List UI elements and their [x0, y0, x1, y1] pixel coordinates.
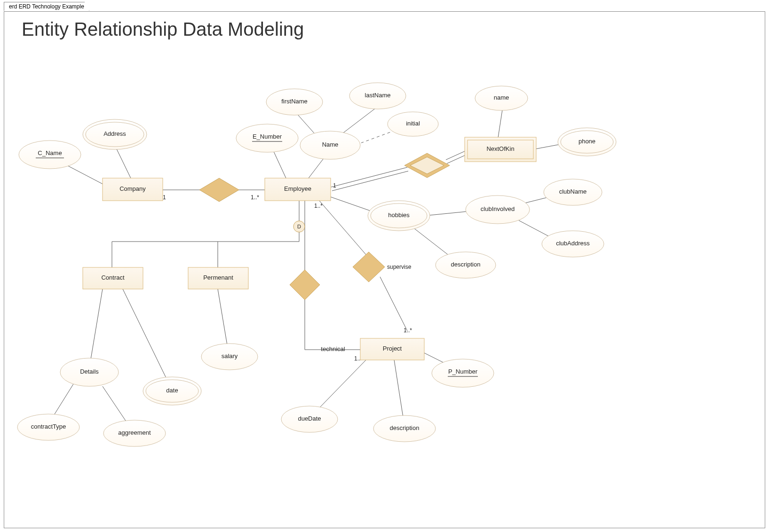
svg-text:Project: Project — [383, 345, 402, 352]
svg-text:dueDate: dueDate — [298, 415, 321, 422]
svg-text:Employee: Employee — [284, 185, 311, 192]
attr-initial[interactable]: initial — [388, 112, 438, 136]
rel-supervise[interactable] — [353, 252, 385, 282]
svg-line-9 — [331, 167, 407, 187]
svg-text:P_Number: P_Number — [448, 368, 478, 375]
attr-salary[interactable]: salary — [201, 344, 258, 370]
entity-nextofkin[interactable]: NextOfKin — [465, 137, 536, 162]
card-emp-proj: 1..* — [314, 203, 323, 209]
erd-canvas: 1 1..* 1 1 1..* 1..* 1..* technical supe… — [4, 11, 765, 528]
svg-line-11 — [446, 150, 467, 160]
rel-company-employee[interactable] — [199, 178, 239, 202]
attr-contracttype[interactable]: contractType — [17, 414, 79, 440]
card-company: 1 — [163, 194, 166, 201]
attr-clubaddress[interactable]: clubAddress — [542, 231, 604, 257]
svg-line-13 — [498, 110, 502, 141]
svg-text:clubName: clubName — [559, 188, 587, 195]
rel-technical[interactable] — [290, 270, 320, 300]
attr-kin-phone[interactable]: phone — [558, 128, 616, 156]
disjoint-icon: D — [293, 221, 305, 232]
svg-text:Details: Details — [80, 368, 99, 375]
svg-text:Company: Company — [119, 185, 146, 192]
svg-text:lastName: lastName — [365, 92, 391, 99]
svg-text:clubInvolved: clubInvolved — [481, 205, 515, 212]
attr-kin-name[interactable]: name — [475, 86, 528, 110]
svg-text:E_Number: E_Number — [253, 133, 282, 140]
attr-lastname[interactable]: lastName — [349, 83, 406, 109]
attr-clubname[interactable]: clubName — [544, 179, 602, 205]
card-emp-company: 1..* — [251, 194, 259, 201]
svg-text:Permenant: Permenant — [203, 274, 233, 281]
attr-e-number[interactable]: E_Number — [236, 124, 298, 152]
svg-line-33 — [319, 200, 367, 256]
svg-text:contractType: contractType — [31, 423, 66, 430]
svg-text:phone: phone — [579, 138, 595, 145]
attr-name-composite[interactable]: Name — [300, 131, 360, 159]
entity-project[interactable]: Project — [360, 338, 424, 360]
svg-line-25 — [91, 289, 103, 359]
tab-label: erd ERD Technology Example — [9, 3, 84, 10]
svg-marker-41 — [290, 270, 320, 300]
attr-duedate[interactable]: dueDate — [281, 406, 338, 432]
attr-address[interactable]: Address — [83, 119, 147, 149]
svg-line-36 — [394, 360, 404, 420]
card-emp-nok: 1 — [333, 182, 336, 189]
svg-text:name: name — [494, 94, 509, 101]
entity-company[interactable]: Company — [103, 178, 163, 201]
rel-employee-nextofkin[interactable] — [404, 153, 450, 178]
svg-text:NextOfKin: NextOfKin — [486, 145, 514, 152]
svg-text:C_Name: C_Name — [38, 149, 62, 156]
attr-clubinvolved[interactable]: clubInvolved — [466, 196, 530, 224]
svg-text:hobbies: hobbies — [388, 211, 410, 219]
attr-date[interactable]: date — [143, 377, 201, 405]
svg-text:date: date — [166, 387, 178, 394]
svg-line-28 — [123, 289, 168, 383]
entity-permanent[interactable]: Permenant — [188, 267, 248, 289]
entity-employee[interactable]: Employee — [265, 178, 331, 201]
rel-supervise-label: supervise — [387, 264, 412, 270]
attr-proj-description[interactable]: description — [373, 415, 436, 442]
diagram-tab[interactable]: erd ERD Technology Example — [4, 2, 89, 11]
svg-text:salary: salary — [222, 352, 238, 360]
svg-text:D: D — [297, 224, 301, 229]
svg-text:description: description — [451, 261, 481, 268]
rel-technical-label: technical — [321, 345, 345, 352]
attr-details[interactable]: Details — [60, 358, 119, 386]
svg-line-10 — [332, 171, 408, 191]
attr-hobbies[interactable]: hobbies — [368, 201, 430, 231]
svg-marker-38 — [199, 178, 239, 202]
svg-line-5 — [298, 115, 317, 136]
svg-text:description: description — [390, 424, 420, 431]
attr-c-name[interactable]: C_Name — [19, 141, 81, 169]
svg-text:initial: initial — [406, 120, 420, 127]
attr-agreement[interactable]: aggreement — [103, 420, 166, 446]
attr-hob-description[interactable]: description — [436, 252, 496, 278]
entity-contract[interactable]: Contract — [83, 267, 143, 289]
svg-line-34 — [380, 277, 407, 331]
svg-text:Name: Name — [322, 141, 339, 148]
svg-marker-42 — [353, 252, 385, 282]
card-proj-sup: 1..* — [404, 327, 412, 334]
svg-line-29 — [218, 289, 227, 345]
attr-firstname[interactable]: firstName — [266, 89, 323, 115]
svg-text:clubAddress: clubAddress — [556, 240, 590, 247]
svg-text:aggreement: aggreement — [118, 429, 151, 436]
svg-line-16 — [425, 211, 472, 216]
svg-text:firstName: firstName — [281, 98, 308, 105]
svg-text:Contract: Contract — [101, 274, 125, 281]
svg-line-6 — [342, 108, 376, 133]
svg-text:Address: Address — [103, 130, 126, 137]
svg-line-27 — [103, 386, 128, 425]
attr-p-number[interactable]: P_Number — [432, 359, 494, 387]
svg-line-1 — [115, 145, 131, 178]
svg-line-35 — [317, 360, 366, 411]
